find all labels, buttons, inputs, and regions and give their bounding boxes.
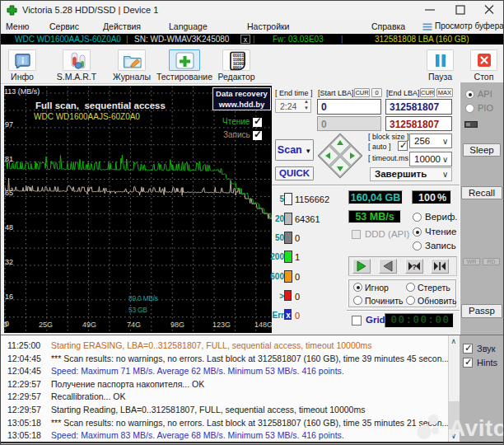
svg-text:?: ?: [412, 263, 417, 271]
svg-text:x: x: [286, 311, 291, 320]
svg-text:0001: 0001: [232, 66, 241, 71]
